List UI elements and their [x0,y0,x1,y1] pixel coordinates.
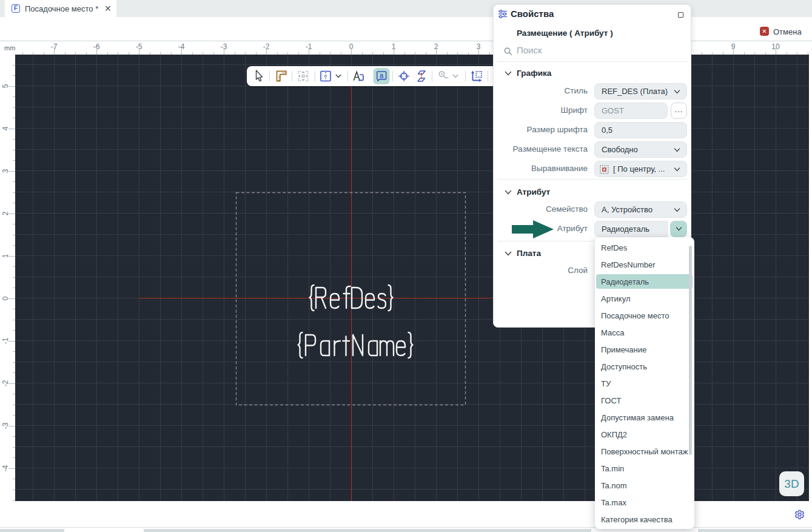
svg-text:a: a [380,72,383,79]
